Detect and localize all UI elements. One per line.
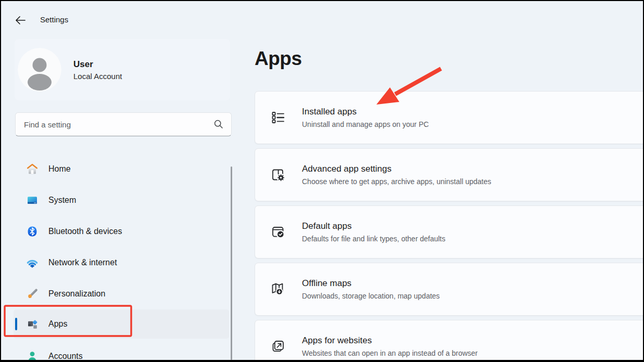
sidebar-item-personalization[interactable]: Personalization <box>14 279 229 308</box>
card-subtitle: Uninstall and manage apps on your PC <box>302 120 429 128</box>
sidebar-item-label: Accounts <box>48 352 83 360</box>
account-card[interactable]: User Local Account <box>15 39 230 100</box>
network-icon <box>26 256 39 269</box>
accounts-icon <box>26 350 39 360</box>
back-arrow-icon <box>14 14 27 27</box>
apps-icon <box>26 318 39 330</box>
card-apps-for-websites[interactable]: Apps for websites Websites that can open… <box>255 320 643 360</box>
sidebar-item-bluetooth-devices[interactable]: Bluetooth & devices <box>14 217 229 246</box>
search-box <box>15 112 232 136</box>
settings-window: Settings User Local Account <box>1 1 643 360</box>
apps-for-websites-icon <box>270 339 286 354</box>
back-button[interactable] <box>14 14 27 27</box>
card-subtitle: Defaults for file and link types, other … <box>302 235 445 243</box>
card-offline-maps[interactable]: Offline maps Downloads, storage location… <box>255 263 643 316</box>
sidebar-scrollbar[interactable] <box>231 166 232 360</box>
offline-maps-icon <box>270 281 286 297</box>
sidebar-item-label: Home <box>48 164 71 174</box>
sidebar-item-label: Personalization <box>48 289 105 299</box>
account-type: Local Account <box>73 72 122 81</box>
sidebar-item-label: Apps <box>48 319 67 329</box>
card-title: Apps for websites <box>302 335 478 346</box>
search-input[interactable] <box>16 120 213 129</box>
sidebar-item-system[interactable]: System <box>14 186 229 215</box>
sidebar-item-label: System <box>48 196 76 205</box>
sidebar-item-label: Bluetooth & devices <box>48 227 122 236</box>
bluetooth-icon <box>26 225 39 238</box>
card-title: Default apps <box>302 221 445 231</box>
card-title: Installed apps <box>302 107 429 117</box>
card-installed-apps[interactable]: Installed apps Uninstall and manage apps… <box>255 91 643 144</box>
search-icon[interactable] <box>213 119 224 130</box>
card-subtitle: Choose where to get apps, archive apps, … <box>302 177 491 186</box>
home-icon <box>26 163 39 175</box>
installed-apps-icon <box>270 110 286 125</box>
user-avatar <box>18 48 61 92</box>
sidebar-item-label: Network & internet <box>48 258 117 267</box>
card-default-apps[interactable]: Default apps Defaults for file and link … <box>255 205 643 258</box>
account-name: User <box>73 59 122 70</box>
sidebar-item-home[interactable]: Home <box>14 154 229 184</box>
personalization-icon <box>26 288 39 300</box>
card-subtitle: Websites that can open in an app instead… <box>302 349 478 357</box>
sidebar-item-accounts[interactable]: Accounts <box>14 342 229 360</box>
selected-indicator-pill <box>15 318 17 330</box>
card-title: Advanced app settings <box>302 164 491 174</box>
window-title: Settings <box>40 15 68 24</box>
sidebar-item-apps[interactable]: Apps <box>14 309 229 339</box>
default-apps-icon <box>270 224 286 240</box>
card-subtitle: Downloads, storage location, map updates <box>302 292 440 300</box>
sidebar-item-network-internet[interactable]: Network & internet <box>14 248 229 277</box>
system-icon <box>26 194 39 206</box>
page-title: Apps <box>255 48 302 70</box>
advanced-app-settings-icon <box>270 167 286 183</box>
card-title: Offline maps <box>302 278 440 289</box>
card-advanced-app-settings[interactable]: Advanced app settings Choose where to ge… <box>255 148 643 201</box>
